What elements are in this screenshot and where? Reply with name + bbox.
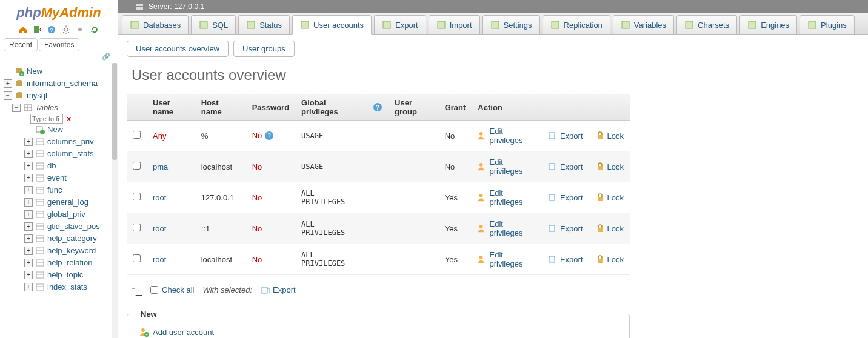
edit-privileges-button[interactable]: Edit privileges	[478, 157, 536, 176]
check-all-label[interactable]: Check all	[162, 285, 194, 294]
subtab-overview[interactable]: User accounts overview	[127, 41, 229, 57]
expand-icon[interactable]: +	[24, 174, 33, 182]
expand-icon[interactable]: +	[24, 259, 33, 267]
expand-icon[interactable]: +	[24, 247, 33, 255]
lock-button[interactable]: Lock	[595, 162, 624, 171]
tab-variables[interactable]: Variables	[613, 15, 674, 34]
expand-icon[interactable]: +	[24, 186, 33, 194]
expand-icon[interactable]: +	[4, 79, 12, 88]
host-cell: 127.0.0.1	[195, 182, 246, 213]
tab-plugins[interactable]: Plugins	[800, 15, 855, 34]
export-button[interactable]: Export	[548, 254, 583, 264]
export-button[interactable]: Export	[548, 162, 583, 171]
tree-table-general_log[interactable]: general_log	[47, 197, 88, 207]
tab-favorites[interactable]: Favorites	[39, 38, 79, 51]
tree-table-func[interactable]: func	[47, 185, 62, 194]
collapse-icon[interactable]: −	[4, 91, 12, 100]
tree-tables-label[interactable]: Tables	[35, 103, 58, 112]
tab-user-accounts[interactable]: User accounts	[292, 15, 372, 35]
expand-icon[interactable]: +	[24, 150, 33, 158]
row-checkbox[interactable]	[133, 162, 141, 170]
add-user-account-link[interactable]: + Add user account	[139, 327, 214, 338]
lock-button[interactable]: Lock	[595, 131, 624, 141]
export-button[interactable]: Export	[548, 193, 583, 202]
expand-icon[interactable]: +	[24, 283, 33, 291]
expand-icon[interactable]: +	[24, 138, 33, 146]
help-icon[interactable]: ?	[264, 131, 274, 141]
help-icon[interactable]: ?	[373, 102, 382, 112]
tab-charsets[interactable]: Charsets	[676, 15, 737, 34]
user-link[interactable]: root	[153, 193, 166, 202]
row-checkbox[interactable]	[133, 254, 141, 262]
settings-icon[interactable]	[61, 25, 71, 35]
logout-icon[interactable]	[33, 25, 42, 35]
tree-table-help_category[interactable]: help_category	[47, 234, 97, 243]
sidebar-scrollbar[interactable]	[112, 63, 118, 338]
link-icon[interactable]: 🔗	[0, 53, 118, 63]
expand-icon[interactable]: +	[24, 222, 33, 231]
lock-button[interactable]: Lock	[595, 224, 624, 233]
row-checkbox[interactable]	[133, 131, 141, 139]
tree-new-db[interactable]: New	[27, 67, 42, 76]
edit-privileges-button[interactable]: Edit privileges	[478, 188, 536, 207]
tree-table-gtid_slave_pos[interactable]: gtid_slave_pos	[47, 222, 100, 231]
expand-icon[interactable]: +	[24, 162, 33, 170]
svg-rect-75	[549, 256, 555, 262]
edit-privileges-button[interactable]: Edit privileges	[478, 127, 536, 145]
edit-privileges-button[interactable]: Edit privileges	[478, 219, 536, 237]
tree-table-help_relation[interactable]: help_relation	[47, 258, 92, 267]
clear-filter-icon[interactable]: x	[67, 114, 71, 123]
tree-table-columns_priv[interactable]: columns_priv	[47, 137, 94, 146]
col-header: Password	[246, 94, 295, 121]
check-all-checkbox[interactable]	[150, 286, 158, 294]
footer-export-button[interactable]: Export	[261, 285, 296, 295]
tree-table-db[interactable]: db	[47, 161, 56, 170]
svg-rect-69	[549, 194, 555, 200]
tree-db-information-schema[interactable]: information_schema	[27, 79, 98, 88]
user-link[interactable]: Any	[153, 131, 166, 141]
collapse-icon[interactable]: −	[12, 104, 21, 112]
user-link[interactable]: pma	[153, 162, 168, 171]
gear-icon[interactable]	[75, 25, 85, 35]
expand-icon[interactable]: +	[24, 271, 33, 279]
expand-icon[interactable]: +	[24, 234, 33, 243]
expand-icon[interactable]: +	[24, 198, 33, 207]
back-arrow-icon[interactable]: ←	[123, 2, 130, 11]
expand-icon[interactable]: +	[24, 210, 33, 219]
tree-table-event[interactable]: event	[47, 173, 67, 182]
edit-privileges-button[interactable]: Edit privileges	[478, 250, 536, 268]
tree-table-help_topic[interactable]: help_topic	[47, 270, 83, 279]
tab-recent[interactable]: Recent	[4, 38, 38, 51]
tree-table-help_keyword[interactable]: help_keyword	[47, 246, 96, 255]
tab-export[interactable]: Export	[374, 15, 426, 34]
export-button[interactable]: Export	[548, 224, 583, 233]
reload-icon[interactable]	[90, 25, 99, 35]
tab-status[interactable]: Status	[238, 15, 290, 34]
docs-icon[interactable]: ?	[47, 25, 56, 35]
lock-button[interactable]: Lock	[595, 254, 624, 264]
row-checkbox[interactable]	[133, 224, 141, 231]
tree-table-column_stats[interactable]: column_stats	[47, 149, 94, 158]
database-icon	[15, 91, 24, 101]
db-tree: + New + information_schema − mysql − Tab…	[0, 63, 118, 338]
tab-engines[interactable]: Engines	[739, 15, 797, 34]
user-link[interactable]: root	[153, 255, 166, 264]
tab-settings[interactable]: Settings	[482, 15, 540, 34]
tab-databases[interactable]: Databases	[122, 15, 189, 34]
row-checkbox[interactable]	[133, 193, 141, 200]
lock-icon	[595, 254, 605, 264]
tree-table-global_priv[interactable]: global_priv	[47, 210, 85, 219]
subtab-groups[interactable]: User groups	[233, 41, 295, 57]
grant-cell: Yes	[439, 213, 472, 244]
tab-sql[interactable]: SQL	[191, 15, 236, 34]
tab-replication[interactable]: Replication	[542, 15, 610, 34]
tab-import[interactable]: Import	[429, 15, 480, 34]
tree-db-mysql[interactable]: mysql	[27, 91, 47, 100]
tree-table-index_stats[interactable]: index_stats	[47, 282, 87, 291]
lock-button[interactable]: Lock	[595, 193, 624, 202]
user-link[interactable]: root	[153, 224, 166, 233]
home-icon[interactable]	[18, 25, 28, 35]
export-button[interactable]: Export	[548, 131, 583, 141]
tree-new-table[interactable]: New	[47, 125, 63, 134]
tree-filter-input[interactable]	[30, 114, 63, 124]
